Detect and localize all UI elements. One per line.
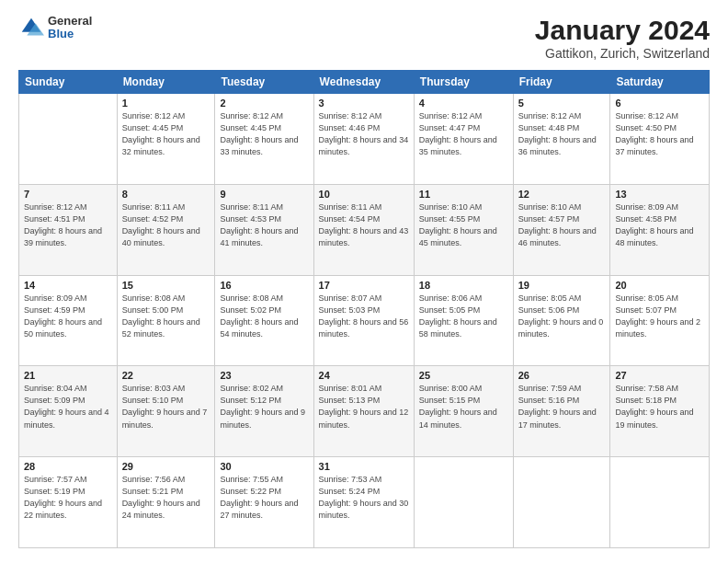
calendar-cell: 18Sunrise: 8:06 AMSunset: 5:05 PMDayligh… [414, 275, 513, 366]
calendar-cell: 16Sunrise: 8:08 AMSunset: 5:02 PMDayligh… [215, 275, 313, 366]
day-info: Sunrise: 8:11 AMSunset: 4:52 PMDaylight:… [122, 201, 210, 249]
calendar-cell: 7Sunrise: 8:12 AMSunset: 4:51 PMDaylight… [19, 184, 118, 275]
day-number: 19 [518, 280, 606, 291]
day-number: 14 [24, 280, 112, 291]
week-row-3: 14Sunrise: 8:09 AMSunset: 4:59 PMDayligh… [19, 275, 710, 366]
calendar-cell: 13Sunrise: 8:09 AMSunset: 4:58 PMDayligh… [610, 184, 710, 275]
day-number: 28 [24, 461, 112, 472]
day-info: Sunrise: 7:53 AMSunset: 5:24 PMDaylight:… [319, 474, 409, 522]
day-number: 17 [319, 280, 409, 291]
day-info: Sunrise: 8:08 AMSunset: 5:00 PMDaylight:… [122, 293, 210, 340]
calendar-cell: 22Sunrise: 8:03 AMSunset: 5:10 PMDayligh… [117, 366, 215, 457]
col-header-tuesday: Tuesday [215, 71, 313, 94]
calendar-cell: 31Sunrise: 7:53 AMSunset: 5:24 PMDayligh… [313, 457, 414, 548]
day-number: 29 [122, 461, 210, 472]
week-row-5: 28Sunrise: 7:57 AMSunset: 5:19 PMDayligh… [19, 457, 710, 548]
col-header-sunday: Sunday [19, 71, 118, 94]
calendar-cell [414, 457, 513, 548]
calendar-cell: 8Sunrise: 8:11 AMSunset: 4:52 PMDaylight… [117, 184, 215, 275]
day-info: Sunrise: 8:05 AMSunset: 5:07 PMDaylight:… [615, 293, 704, 340]
calendar-cell: 9Sunrise: 8:11 AMSunset: 4:53 PMDaylight… [215, 184, 313, 275]
day-info: Sunrise: 8:08 AMSunset: 5:02 PMDaylight:… [220, 293, 308, 340]
day-info: Sunrise: 7:56 AMSunset: 5:21 PMDaylight:… [122, 474, 210, 522]
day-info: Sunrise: 8:06 AMSunset: 5:05 PMDaylight:… [419, 293, 508, 340]
calendar-cell: 11Sunrise: 8:10 AMSunset: 4:55 PMDayligh… [414, 184, 513, 275]
calendar-cell: 26Sunrise: 7:59 AMSunset: 5:16 PMDayligh… [513, 366, 610, 457]
day-info: Sunrise: 8:09 AMSunset: 4:59 PMDaylight:… [24, 293, 112, 340]
day-info: Sunrise: 8:07 AMSunset: 5:03 PMDaylight:… [319, 293, 409, 340]
day-number: 4 [419, 98, 508, 109]
day-number: 31 [319, 461, 409, 472]
day-number: 8 [122, 189, 210, 200]
day-number: 27 [615, 370, 704, 381]
calendar-cell [610, 457, 710, 548]
day-number: 26 [518, 370, 606, 381]
calendar-cell [19, 94, 118, 185]
calendar-cell: 5Sunrise: 8:12 AMSunset: 4:48 PMDaylight… [513, 94, 610, 185]
col-header-monday: Monday [117, 71, 215, 94]
day-number: 5 [518, 98, 606, 109]
calendar-cell: 3Sunrise: 8:12 AMSunset: 4:46 PMDaylight… [313, 94, 414, 185]
day-info: Sunrise: 8:01 AMSunset: 5:13 PMDaylight:… [319, 383, 409, 431]
day-info: Sunrise: 8:12 AMSunset: 4:48 PMDaylight:… [518, 110, 606, 158]
day-number: 9 [220, 189, 308, 200]
calendar-cell: 19Sunrise: 8:05 AMSunset: 5:06 PMDayligh… [513, 275, 610, 366]
calendar-cell: 10Sunrise: 8:11 AMSunset: 4:54 PMDayligh… [313, 184, 414, 275]
day-info: Sunrise: 8:12 AMSunset: 4:51 PMDaylight:… [24, 201, 112, 249]
col-header-thursday: Thursday [414, 71, 513, 94]
day-number: 20 [615, 280, 704, 291]
day-number: 24 [319, 370, 409, 381]
day-info: Sunrise: 8:00 AMSunset: 5:15 PMDaylight:… [419, 383, 508, 431]
day-number: 3 [319, 98, 409, 109]
calendar-cell: 23Sunrise: 8:02 AMSunset: 5:12 PMDayligh… [215, 366, 313, 457]
day-info: Sunrise: 8:09 AMSunset: 4:58 PMDaylight:… [615, 201, 704, 249]
day-info: Sunrise: 8:12 AMSunset: 4:46 PMDaylight:… [319, 110, 409, 158]
day-info: Sunrise: 8:12 AMSunset: 4:50 PMDaylight:… [615, 110, 704, 158]
location: Gattikon, Zurich, Switzerland [535, 46, 710, 61]
day-info: Sunrise: 8:11 AMSunset: 4:54 PMDaylight:… [319, 201, 409, 249]
day-info: Sunrise: 8:05 AMSunset: 5:06 PMDaylight:… [518, 293, 606, 340]
header-row: SundayMondayTuesdayWednesdayThursdayFrid… [19, 71, 710, 94]
day-info: Sunrise: 8:04 AMSunset: 5:09 PMDaylight:… [24, 383, 112, 431]
logo-general: General [48, 15, 92, 28]
calendar-cell: 12Sunrise: 8:10 AMSunset: 4:57 PMDayligh… [513, 184, 610, 275]
day-info: Sunrise: 8:03 AMSunset: 5:10 PMDaylight:… [122, 383, 210, 431]
day-info: Sunrise: 8:10 AMSunset: 4:55 PMDaylight:… [419, 201, 508, 249]
week-row-2: 7Sunrise: 8:12 AMSunset: 4:51 PMDaylight… [19, 184, 710, 275]
header: General Blue January 2024 Gattikon, Zuri… [18, 15, 710, 61]
calendar-cell: 20Sunrise: 8:05 AMSunset: 5:07 PMDayligh… [610, 275, 710, 366]
day-number: 6 [615, 98, 704, 109]
day-number: 25 [419, 370, 508, 381]
calendar-cell: 29Sunrise: 7:56 AMSunset: 5:21 PMDayligh… [117, 457, 215, 548]
calendar-cell: 17Sunrise: 8:07 AMSunset: 5:03 PMDayligh… [313, 275, 414, 366]
calendar-cell: 28Sunrise: 7:57 AMSunset: 5:19 PMDayligh… [19, 457, 118, 548]
day-number: 11 [419, 189, 508, 200]
day-info: Sunrise: 7:55 AMSunset: 5:22 PMDaylight:… [220, 474, 308, 522]
calendar-table: SundayMondayTuesdayWednesdayThursdayFrid… [18, 70, 710, 548]
calendar-cell: 1Sunrise: 8:12 AMSunset: 4:45 PMDaylight… [117, 94, 215, 185]
calendar-cell: 30Sunrise: 7:55 AMSunset: 5:22 PMDayligh… [215, 457, 313, 548]
page: General Blue January 2024 Gattikon, Zuri… [0, 0, 728, 563]
day-number: 30 [220, 461, 308, 472]
calendar-cell: 15Sunrise: 8:08 AMSunset: 5:00 PMDayligh… [117, 275, 215, 366]
day-number: 13 [615, 189, 704, 200]
title-block: January 2024 Gattikon, Zurich, Switzerla… [535, 15, 710, 61]
day-number: 16 [220, 280, 308, 291]
calendar-cell: 27Sunrise: 7:58 AMSunset: 5:18 PMDayligh… [610, 366, 710, 457]
calendar-cell: 2Sunrise: 8:12 AMSunset: 4:45 PMDaylight… [215, 94, 313, 185]
day-number: 12 [518, 189, 606, 200]
month-title: January 2024 [535, 15, 710, 46]
col-header-friday: Friday [513, 71, 610, 94]
day-number: 7 [24, 189, 112, 200]
week-row-1: 1Sunrise: 8:12 AMSunset: 4:45 PMDaylight… [19, 94, 710, 185]
col-header-saturday: Saturday [610, 71, 710, 94]
day-number: 21 [24, 370, 112, 381]
day-info: Sunrise: 8:12 AMSunset: 4:47 PMDaylight:… [419, 110, 508, 158]
calendar-cell: 24Sunrise: 8:01 AMSunset: 5:13 PMDayligh… [313, 366, 414, 457]
day-number: 10 [319, 189, 409, 200]
logo-text: General Blue [48, 15, 92, 41]
day-info: Sunrise: 8:10 AMSunset: 4:57 PMDaylight:… [518, 201, 606, 249]
calendar-cell: 21Sunrise: 8:04 AMSunset: 5:09 PMDayligh… [19, 366, 118, 457]
logo: General Blue [18, 15, 92, 41]
day-info: Sunrise: 7:58 AMSunset: 5:18 PMDaylight:… [615, 383, 704, 431]
